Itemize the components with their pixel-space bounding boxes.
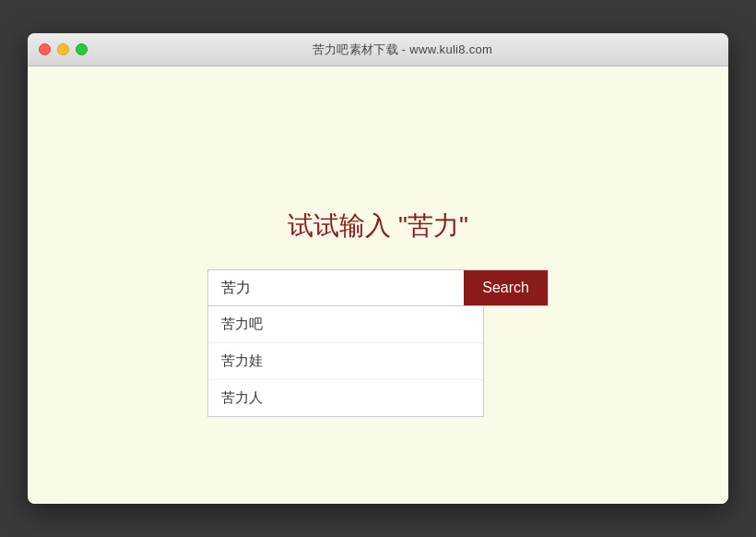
search-button[interactable]: Search [464,270,548,305]
maximize-button[interactable] [76,43,88,55]
browser-window: 苦力吧素材下载 - www.kuli8.com 试试输入 "苦力" Search… [28,33,728,504]
suggestions-dropdown: 苦力吧 苦力娃 苦力人 [207,306,484,417]
titlebar: 苦力吧素材下载 - www.kuli8.com [28,33,728,66]
suggestion-item-1[interactable]: 苦力吧 [208,306,483,343]
search-wrapper: Search 苦力吧 苦力娃 苦力人 [207,269,549,306]
search-bar: Search [207,269,549,306]
suggestion-item-3[interactable]: 苦力人 [208,380,483,416]
window-title: 苦力吧素材下载 - www.kuli8.com [88,42,717,58]
suggestion-item-2[interactable]: 苦力娃 [208,343,483,380]
minimize-button[interactable] [57,43,69,55]
close-button[interactable] [39,43,51,55]
page-content: 试试输入 "苦力" Search 苦力吧 苦力娃 苦力人 [28,66,728,504]
page-headline: 试试输入 "苦力" [288,209,468,244]
traffic-lights [39,43,88,55]
search-input[interactable] [208,270,464,305]
